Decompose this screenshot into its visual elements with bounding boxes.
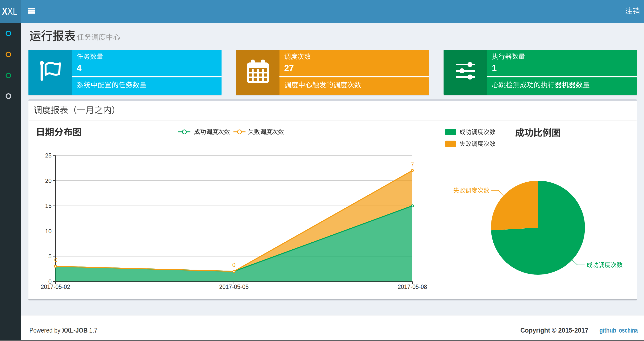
svg-text:Powered by XXL-JOB 1.7: Powered by XXL-JOB 1.7 <box>30 326 97 334</box>
svg-text:15: 15 <box>45 203 52 209</box>
svg-text:Copyright © 2015-2017: Copyright © 2015-2017 <box>520 326 588 334</box>
svg-text:2017-05-02: 2017-05-02 <box>41 283 70 290</box>
svg-text:0: 0 <box>54 257 57 263</box>
svg-text:25: 25 <box>45 152 52 159</box>
svg-text:2017-05-08: 2017-05-08 <box>398 283 427 290</box>
svg-text:1: 1 <box>492 63 497 73</box>
svg-text:XXL: XXL <box>2 6 17 17</box>
svg-text:7: 7 <box>411 161 414 168</box>
svg-text:2017-05-05: 2017-05-05 <box>219 283 249 290</box>
svg-text:0: 0 <box>232 262 236 268</box>
svg-text:4: 4 <box>77 63 82 73</box>
svg-text:27: 27 <box>284 63 294 73</box>
svg-text:20: 20 <box>45 177 52 184</box>
svg-text:5: 5 <box>48 253 52 259</box>
svg-text:10: 10 <box>45 228 52 234</box>
svg-text:oschina: oschina <box>619 326 638 334</box>
svg-text:github: github <box>600 326 616 334</box>
